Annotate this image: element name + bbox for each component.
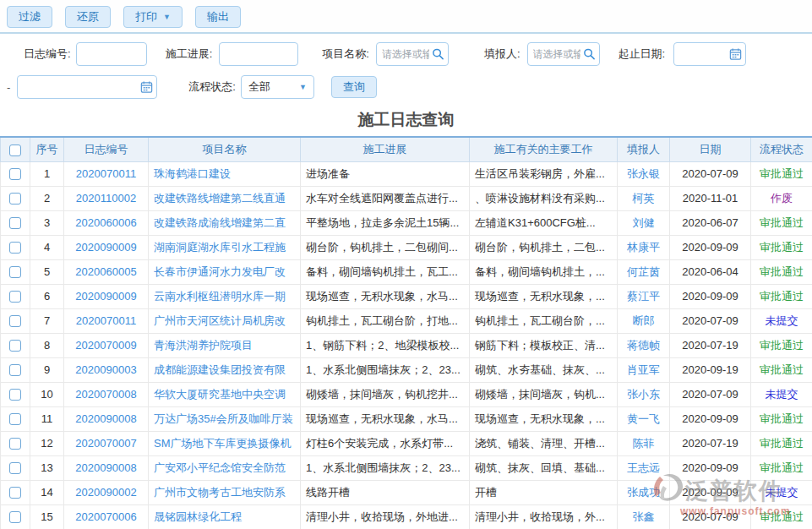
project-cell: 改建铁路线增建第二线直通 — [149, 186, 301, 210]
project-cell: 晟铭园林绿化工程 — [149, 504, 301, 529]
reporter-link[interactable]: 陈菲 — [633, 437, 655, 450]
checkbox-cell — [1, 431, 30, 455]
row-checkbox[interactable] — [9, 266, 21, 278]
project-link[interactable]: 云南水利枢纽潜明水库一期 — [154, 290, 286, 303]
search-icon[interactable] — [432, 48, 444, 61]
date-cell: 2020-09-19 — [670, 357, 751, 382]
row-checkbox[interactable] — [9, 217, 21, 229]
reporter-cell: 肖亚军 — [618, 357, 670, 382]
date-cell: 2020-11-01 — [670, 186, 751, 210]
reporter-link[interactable]: 张成功 — [627, 486, 660, 499]
log-no-link[interactable]: 2020090002 — [75, 486, 136, 499]
log-no-link[interactable]: 2020090009 — [75, 290, 136, 303]
reporter-cell: 刘健 — [618, 210, 670, 235]
project-link[interactable]: 晟铭园林绿化工程 — [154, 510, 242, 523]
row-checkbox[interactable] — [9, 413, 21, 425]
row-index: 11 — [30, 406, 64, 431]
reporter-link[interactable]: 刘健 — [633, 216, 655, 229]
toolbar-button-1[interactable]: 过滤 — [7, 6, 52, 28]
calendar-icon[interactable] — [140, 81, 153, 94]
log-no-link[interactable]: 2020070009 — [75, 339, 136, 352]
log-no-link[interactable]: 2020060006 — [75, 216, 136, 229]
reporter-link[interactable]: 柯英 — [633, 192, 655, 205]
reporter-link[interactable]: 林康平 — [627, 241, 660, 254]
reporter-label: 填报人: — [484, 46, 520, 62]
log-no-link[interactable]: 2020060005 — [75, 265, 136, 278]
reporter-link[interactable]: 蔡江平 — [627, 290, 660, 303]
progress-input[interactable] — [219, 42, 298, 66]
project-link[interactable]: 珠海鹤港口建设 — [154, 167, 231, 180]
project-link[interactable]: 成都能源建设集团投资有限 — [154, 363, 286, 376]
row-checkbox[interactable] — [9, 242, 21, 254]
row-checkbox[interactable] — [9, 340, 21, 352]
reporter-link[interactable]: 何芷茵 — [627, 265, 660, 278]
log-no-link[interactable]: 2020070006 — [75, 510, 136, 523]
checkbox-cell — [1, 455, 30, 480]
date-cell: 2020-07-19 — [670, 431, 751, 455]
calendar-icon[interactable] — [729, 48, 742, 61]
toolbar-button-4[interactable]: 输出 — [195, 6, 241, 28]
project-link[interactable]: 改建铁路线增建第二线直通 — [154, 192, 286, 205]
row-checkbox[interactable] — [9, 315, 21, 327]
log-no-link[interactable]: 2020070011 — [76, 167, 136, 180]
chevron-down-icon: ▼ — [299, 83, 307, 91]
date-range-label: 起止日期: — [619, 46, 666, 62]
search-icon[interactable] — [583, 48, 596, 61]
row-checkbox[interactable] — [9, 511, 21, 523]
reporter-link[interactable]: 黄一飞 — [627, 412, 660, 425]
reporter-link[interactable]: 肖亚军 — [627, 363, 660, 376]
table-row: 112020090008万达广场35#会所及咖啡厅装现场巡查，无积水现象，水马.… — [1, 406, 812, 431]
main-work-cell: 清理小井，收拾现场，外... — [470, 504, 618, 529]
project-link[interactable]: 改建铁路成渝线增建第二直 — [154, 216, 286, 229]
row-checkbox[interactable] — [9, 487, 21, 499]
log-no-link[interactable]: 2020070007 — [75, 437, 136, 450]
project-link[interactable]: 广州市天河区统计局机房改 — [154, 314, 286, 327]
reporter-link[interactable]: 断郎 — [633, 314, 655, 327]
row-checkbox[interactable] — [9, 364, 21, 376]
main-work-cell: 左辅道K31+600CFG桩... — [470, 210, 618, 235]
log-no-link[interactable]: 2020090008 — [75, 461, 136, 474]
row-index: 5 — [30, 259, 64, 284]
reporter-link[interactable]: 张永银 — [627, 167, 660, 180]
table-row: 92020090003成都能源建设集团投资有限1、水系北侧围墙抹灰；2、23..… — [1, 357, 812, 382]
log-no-link[interactable]: 2020070011 — [76, 314, 136, 327]
project-link[interactable]: 长春市伊通河水力发电厂改 — [154, 265, 286, 278]
log-no-cell: 2020090008 — [64, 406, 149, 431]
log-no-input[interactable] — [76, 42, 147, 66]
reporter-link[interactable]: 张小东 — [627, 388, 660, 401]
row-checkbox[interactable] — [9, 168, 21, 180]
row-checkbox[interactable] — [9, 438, 21, 450]
row-checkbox[interactable] — [9, 389, 21, 401]
log-no-link[interactable]: 2020070008 — [75, 388, 136, 401]
log-no-link[interactable]: 2020090009 — [75, 241, 136, 254]
reporter-link[interactable]: 张鑫 — [633, 510, 655, 523]
table-row: 132020090008广安邓小平纪念馆安全防范1、水系北侧围墙抹灰；2、23.… — [1, 455, 812, 480]
log-no-link[interactable]: 2020090008 — [75, 412, 136, 425]
reporter-link[interactable]: 王志远 — [627, 461, 660, 474]
log-no-link[interactable]: 2020090003 — [75, 363, 136, 376]
row-checkbox[interactable] — [9, 291, 21, 303]
project-link[interactable]: 广州市文物考古工地安防系 — [154, 486, 286, 499]
toolbar-button-label: 打印 — [135, 9, 157, 25]
project-link[interactable]: 万达广场35#会所及咖啡厅装 — [154, 412, 293, 425]
project-link[interactable]: 青海洪湖养护院项目 — [154, 339, 253, 352]
project-link[interactable]: 广安邓小平纪念馆安全防范 — [154, 461, 286, 474]
reporter-link[interactable]: 蒋德帧 — [627, 339, 660, 352]
log-no-cell: 2020070007 — [64, 431, 149, 455]
row-checkbox[interactable] — [9, 193, 21, 205]
reporter-cell: 林康平 — [618, 235, 670, 259]
row-checkbox[interactable] — [9, 462, 21, 474]
end-date-input[interactable] — [17, 75, 157, 99]
flow-status-select[interactable]: 全部 ▼ — [241, 75, 314, 99]
project-link[interactable]: SM广场地下车库更换摄像机 — [154, 437, 292, 450]
project-link[interactable]: 华软大厦研究基地中央空调 — [154, 388, 286, 401]
toolbar-button-2[interactable]: 还原 — [65, 6, 111, 28]
log-no-link[interactable]: 2020110002 — [76, 192, 136, 205]
status-badge: 未提交 — [766, 486, 798, 499]
row-index: 2 — [30, 186, 64, 210]
project-link[interactable]: 湖南洞庭湖水库引水工程施 — [154, 241, 286, 254]
toolbar-button-3[interactable]: 打印▼ — [123, 6, 183, 28]
toolbar-button-label: 还原 — [77, 9, 99, 25]
select-all-checkbox[interactable] — [9, 145, 21, 156]
query-button[interactable]: 查询 — [331, 76, 377, 98]
